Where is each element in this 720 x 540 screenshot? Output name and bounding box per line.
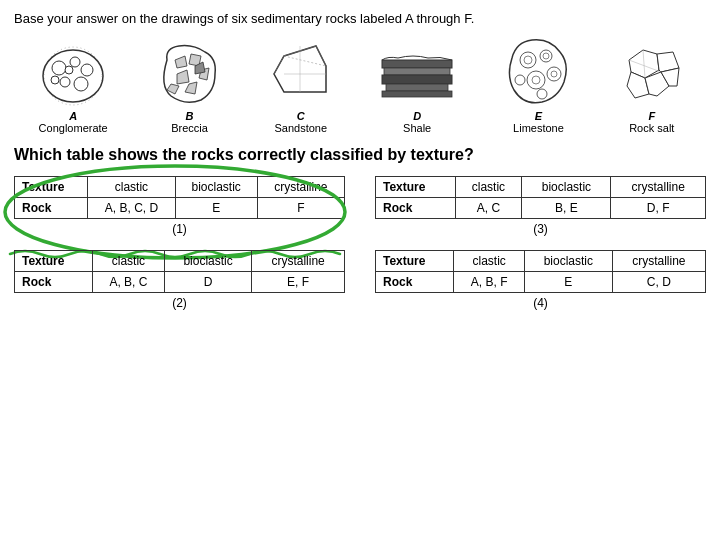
- table-1-col-crystalline: crystalline: [257, 177, 344, 198]
- svg-rect-24: [384, 68, 450, 75]
- table-3-val-crystalline: D, F: [611, 198, 706, 219]
- table-4-wrapper: Texture clastic bioclastic crystalline R…: [375, 250, 706, 310]
- rock-c-name: Sandstone: [275, 122, 328, 135]
- rock-b-image: [155, 40, 223, 108]
- rock-b-letter: B: [186, 110, 194, 122]
- table-1-val-clastic: A, B, C, D: [88, 198, 175, 219]
- table-2-rock-label: Rock: [15, 272, 93, 293]
- table-4-col-crystalline: crystalline: [612, 251, 705, 272]
- table-1-val-bioclastic: E: [175, 198, 257, 219]
- table-2-number: (2): [14, 296, 345, 310]
- rock-a-image: [37, 40, 109, 108]
- table-3-val-bioclastic: B, E: [522, 198, 611, 219]
- table-3-col-clastic: clastic: [455, 177, 522, 198]
- table-3-texture-label: Texture: [376, 177, 456, 198]
- table-3-col-crystalline: crystalline: [611, 177, 706, 198]
- table-2-texture-label: Texture: [15, 251, 93, 272]
- table-3-wrapper: Texture clastic bioclastic crystalline R…: [375, 176, 706, 236]
- table-2-col-crystalline: crystalline: [252, 251, 345, 272]
- rock-a-letter: A: [69, 110, 77, 122]
- table-1-texture-label: Texture: [15, 177, 88, 198]
- table-2-val-crystalline: E, F: [252, 272, 345, 293]
- rock-c-image: [270, 38, 332, 108]
- svg-point-2: [70, 57, 80, 67]
- rock-c: C Sandstone: [270, 38, 332, 135]
- table-4: Texture clastic bioclastic crystalline R…: [375, 250, 706, 293]
- rock-d-letter: D: [413, 110, 421, 122]
- table-1: Texture clastic bioclastic crystalline R…: [14, 176, 345, 219]
- table-3-number: (3): [375, 222, 706, 236]
- rock-a: A Conglomerate: [37, 40, 109, 135]
- rock-d: D Shale: [378, 46, 456, 135]
- rock-e-letter: E: [535, 110, 542, 122]
- table-2: Texture clastic bioclastic crystalline R…: [14, 250, 345, 293]
- rock-e: E Limestone: [502, 36, 574, 135]
- rock-b: B Breccia: [155, 40, 223, 135]
- table-4-col-bioclastic: bioclastic: [524, 251, 612, 272]
- table-3: Texture clastic bioclastic crystalline R…: [375, 176, 706, 219]
- question-text: Which table shows the rocks correctly cl…: [14, 145, 706, 166]
- table-1-col-bioclastic: bioclastic: [175, 177, 257, 198]
- table-4-val-crystalline: C, D: [612, 272, 705, 293]
- svg-rect-26: [386, 84, 448, 91]
- table-4-number: (4): [375, 296, 706, 310]
- svg-point-6: [65, 66, 73, 74]
- page: Base your answer on the drawings of six …: [0, 0, 720, 540]
- rocks-row: A Conglomerate B Breccia: [14, 36, 706, 135]
- table-3-val-clastic: A, C: [455, 198, 522, 219]
- svg-point-3: [81, 64, 93, 76]
- table-3-rock-label: Rock: [376, 198, 456, 219]
- rock-f-name: Rock salt: [629, 122, 674, 135]
- table-4-col-clastic: clastic: [454, 251, 525, 272]
- table-1-number: (1): [14, 222, 345, 236]
- rock-c-letter: C: [297, 110, 305, 122]
- svg-rect-25: [382, 75, 452, 84]
- rock-f-image: [621, 40, 683, 108]
- rock-f: F Rock salt: [621, 40, 683, 135]
- svg-point-7: [51, 76, 59, 84]
- svg-point-5: [74, 77, 88, 91]
- table-2-col-bioclastic: bioclastic: [164, 251, 251, 272]
- table-4-val-clastic: A, B, F: [454, 272, 525, 293]
- table-3-col-bioclastic: bioclastic: [522, 177, 611, 198]
- table-2-val-bioclastic: D: [164, 272, 251, 293]
- rock-e-image: [502, 36, 574, 108]
- svg-rect-27: [382, 91, 452, 97]
- table-4-val-bioclastic: E: [524, 272, 612, 293]
- rock-d-name: Shale: [403, 122, 431, 135]
- rock-b-name: Breccia: [171, 122, 208, 135]
- svg-point-1: [52, 61, 66, 75]
- table-2-val-clastic: A, B, C: [92, 272, 164, 293]
- table-1-wrapper: Texture clastic bioclastic crystalline R…: [14, 176, 345, 236]
- table-1-val-crystalline: F: [257, 198, 344, 219]
- rock-d-image: [378, 46, 456, 108]
- table-2-col-clastic: clastic: [92, 251, 164, 272]
- table-1-rock-label: Rock: [15, 198, 88, 219]
- rock-a-name: Conglomerate: [39, 122, 108, 135]
- svg-rect-23: [382, 60, 452, 68]
- tables-grid: Texture clastic bioclastic crystalline R…: [14, 176, 706, 310]
- svg-point-4: [60, 77, 70, 87]
- table-2-wrapper: Texture clastic bioclastic crystalline R…: [14, 250, 345, 310]
- instruction-text: Base your answer on the drawings of six …: [14, 10, 706, 28]
- table-1-col-clastic: clastic: [88, 177, 175, 198]
- table-4-texture-label: Texture: [376, 251, 454, 272]
- table-4-rock-label: Rock: [376, 272, 454, 293]
- rock-e-name: Limestone: [513, 122, 564, 135]
- rock-f-letter: F: [648, 110, 655, 122]
